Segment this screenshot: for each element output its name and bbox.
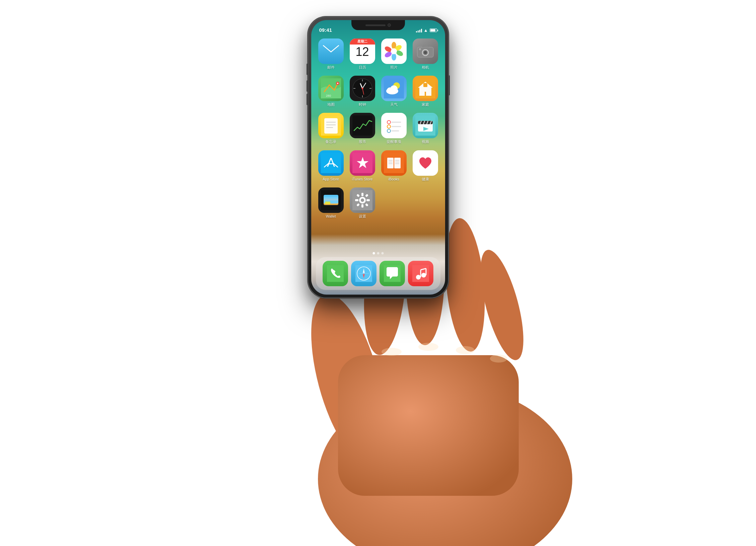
svg-rect-103 xyxy=(327,265,344,282)
wallet-label: Wallet xyxy=(326,214,336,219)
app-wallet[interactable]: Wallet xyxy=(317,187,345,219)
battery-fill xyxy=(430,29,435,31)
stocks-label: 股市 xyxy=(359,140,366,144)
app-stocks[interactable]: 股市 xyxy=(348,113,377,144)
svg-point-113 xyxy=(421,273,426,278)
svg-rect-98 xyxy=(366,199,370,201)
dock-safari-icon xyxy=(351,261,376,286)
calendar-label: 日历 xyxy=(359,65,366,70)
scene: 09:41 ▲ xyxy=(0,0,756,546)
app-calendar[interactable]: 星期二 12 日历 xyxy=(348,38,377,70)
dock xyxy=(316,257,440,290)
photos-icon xyxy=(381,38,407,64)
svg-text:A: A xyxy=(327,155,335,169)
maps-icon: 280 xyxy=(318,76,344,101)
weather-label: 天气 xyxy=(390,102,398,107)
dock-music[interactable] xyxy=(408,261,433,286)
clock-label: 时钟 xyxy=(359,102,366,107)
svg-rect-6 xyxy=(338,355,519,496)
ibooks-label: iBooks xyxy=(388,177,399,181)
page-dots xyxy=(372,252,384,254)
settings-label: 设置 xyxy=(359,214,366,219)
app-mail[interactable]: 邮件 xyxy=(317,38,345,70)
svg-text:280: 280 xyxy=(326,94,331,97)
signal-bar-2 xyxy=(418,30,419,32)
svg-rect-54 xyxy=(384,115,404,136)
appstore-icon: A xyxy=(318,150,344,176)
svg-rect-76 xyxy=(387,158,394,168)
svg-point-112 xyxy=(416,275,421,280)
app-clock[interactable]: 时钟 xyxy=(348,76,377,107)
dock-safari[interactable] xyxy=(351,261,376,286)
svg-point-44 xyxy=(390,85,398,93)
maps-label: 地图 xyxy=(327,102,335,107)
app-itunes[interactable]: ★ iTunes Store xyxy=(348,150,377,181)
photos-label: 照片 xyxy=(390,65,398,70)
app-home[interactable]: 家庭 xyxy=(411,76,440,107)
app-grid: 邮件 星期二 12 日历 xyxy=(317,38,440,219)
app-settings[interactable]: 设置 xyxy=(348,187,377,219)
calendar-date: 12 xyxy=(355,46,369,58)
wifi-icon: ▲ xyxy=(424,28,428,33)
phone-screen: 09:41 ▲ xyxy=(311,20,445,295)
mail-icon xyxy=(318,38,344,64)
reminders-icon xyxy=(381,113,407,138)
signal-bar-1 xyxy=(416,31,417,32)
home-icon xyxy=(413,76,438,101)
app-videos[interactable]: 视频 xyxy=(411,113,440,144)
svg-point-39 xyxy=(361,88,363,89)
itunes-label: iTunes Store xyxy=(352,177,373,181)
status-time: 09:41 xyxy=(319,27,332,33)
status-icons: ▲ xyxy=(416,28,437,33)
svg-point-29 xyxy=(337,83,338,84)
mail-label: 邮件 xyxy=(327,65,335,70)
svg-rect-49 xyxy=(324,118,338,134)
notes-icon xyxy=(318,113,344,138)
svg-rect-95 xyxy=(361,193,363,196)
notes-label: 备忘录 xyxy=(325,140,336,144)
page-dot-1[interactable] xyxy=(377,252,379,254)
reminders-label: 提醒事项 xyxy=(387,140,401,144)
app-maps[interactable]: 280 地图 xyxy=(317,76,345,107)
appstore-label: App Store xyxy=(323,177,339,181)
calendar-icon: 星期二 12 xyxy=(350,38,375,64)
notch xyxy=(351,20,405,30)
ibooks-icon xyxy=(381,150,407,176)
app-appstore[interactable]: A App Store xyxy=(317,150,345,181)
app-reminders[interactable]: 提醒事项 xyxy=(380,113,408,144)
svg-point-10 xyxy=(490,355,507,363)
dock-phone[interactable] xyxy=(323,261,348,286)
svg-point-25 xyxy=(424,51,427,54)
svg-point-94 xyxy=(361,199,364,202)
svg-point-9 xyxy=(456,346,475,354)
svg-point-8 xyxy=(418,343,438,351)
signal-bar-4 xyxy=(421,29,422,32)
videos-label: 视频 xyxy=(422,140,429,144)
svg-point-17 xyxy=(392,53,396,61)
svg-rect-89 xyxy=(324,197,338,206)
front-camera xyxy=(388,23,391,27)
itunes-icon: ★ xyxy=(350,150,375,176)
page-dot-2[interactable] xyxy=(381,252,384,254)
app-photos[interactable]: 照片 xyxy=(380,38,408,70)
svg-point-26 xyxy=(419,48,421,50)
signal-bar-3 xyxy=(419,30,420,32)
iphone-x: 09:41 ▲ xyxy=(308,17,448,298)
health-icon xyxy=(413,150,438,176)
dock-music-icon xyxy=(408,261,433,286)
app-weather[interactable]: 天气 xyxy=(380,76,408,107)
page-dot-0[interactable] xyxy=(372,252,375,254)
dock-phone-icon xyxy=(323,261,348,286)
svg-text:★: ★ xyxy=(355,154,369,171)
phone-body: 09:41 ▲ xyxy=(308,17,448,298)
home-label: 家庭 xyxy=(422,102,429,107)
app-ibooks[interactable]: iBooks xyxy=(380,150,408,181)
app-notes[interactable]: 备忘录 xyxy=(317,113,345,144)
app-camera[interactable]: 相机 xyxy=(411,38,440,70)
svg-rect-47 xyxy=(423,83,427,87)
svg-marker-23 xyxy=(422,45,429,47)
dock-messages[interactable] xyxy=(380,261,405,286)
videos-icon xyxy=(413,113,438,138)
app-health[interactable]: 健康 xyxy=(411,150,440,181)
svg-rect-96 xyxy=(361,204,363,208)
